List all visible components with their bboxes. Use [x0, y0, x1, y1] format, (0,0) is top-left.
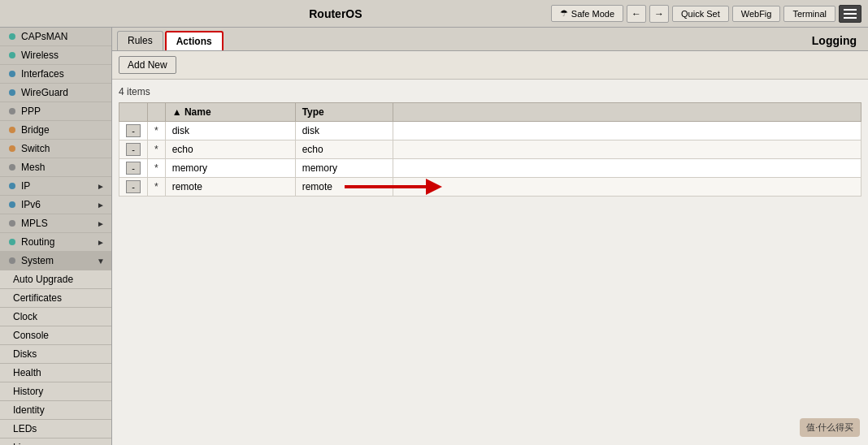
sidebar-item-label: Auto Upgrade	[13, 274, 73, 285]
safe-mode-button[interactable]: ☂ Safe Mode	[551, 5, 623, 22]
system-icon	[7, 255, 18, 266]
tab-rules[interactable]: Rules	[117, 31, 163, 50]
minus-button[interactable]: -	[126, 143, 141, 156]
col-btn	[119, 103, 148, 122]
sidebar-item-label: Disks	[13, 348, 37, 360]
row-btn-cell: -	[119, 140, 148, 159]
bridge-icon	[7, 124, 18, 136]
red-arrow-annotation	[345, 175, 442, 199]
quick-set-button[interactable]: Quick Set	[672, 6, 729, 22]
sidebar: CAPsMAN Wireless Interfaces WireGuard PP…	[0, 28, 112, 445]
sidebar-item-auto-upgrade[interactable]: Auto Upgrade	[0, 270, 111, 289]
sidebar-item-mesh[interactable]: Mesh	[0, 158, 111, 177]
sidebar-item-history[interactable]: History	[0, 382, 111, 401]
sidebar-item-clock[interactable]: Clock	[0, 308, 111, 326]
ipv6-icon	[7, 199, 18, 210]
sidebar-item-label: Wireless	[21, 50, 59, 61]
svg-marker-1	[426, 179, 442, 195]
sidebar-item-system[interactable]: System ▼	[0, 252, 111, 270]
table-row: - * remote remote	[119, 178, 861, 197]
capsman-icon	[7, 31, 18, 42]
sidebar-item-console[interactable]: Console	[0, 326, 111, 345]
sidebar-item-label: Mesh	[21, 162, 45, 173]
sidebar-item-certificates[interactable]: Certificates	[0, 289, 111, 308]
sidebar-item-disks[interactable]: Disks	[0, 345, 111, 364]
sidebar-item-ip[interactable]: IP ►	[0, 177, 111, 196]
system-arrow-icon: ▼	[97, 257, 105, 266]
toolbar: Add New	[112, 51, 868, 80]
row-extra-cell	[393, 159, 861, 178]
col-extra	[393, 103, 861, 122]
sidebar-item-license[interactable]: License	[0, 439, 111, 445]
wireless-icon	[7, 50, 18, 61]
sidebar-item-switch[interactable]: Switch	[0, 140, 111, 158]
umbrella-icon: ☂	[560, 8, 568, 19]
sidebar-item-label: License	[13, 442, 46, 445]
sidebar-item-interfaces[interactable]: Interfaces	[0, 65, 111, 84]
table-area: 4 items ▲ Name Type	[112, 80, 868, 445]
sidebar-item-label: CAPsMAN	[21, 31, 67, 42]
sidebar-item-wireguard[interactable]: WireGuard	[0, 84, 111, 102]
forward-button[interactable]: →	[649, 5, 669, 23]
app-title: RouterOS	[120, 7, 551, 20]
ppp-icon	[7, 106, 18, 117]
table-row: - * echo echo	[119, 140, 861, 159]
row-extra-cell	[393, 122, 861, 140]
col-star	[148, 103, 166, 122]
row-star-cell: *	[148, 122, 166, 140]
sidebar-item-label: IPv6	[21, 199, 41, 210]
webfig-button[interactable]: WebFig	[732, 6, 781, 22]
row-btn-cell: -	[119, 122, 148, 140]
sidebar-item-mpls[interactable]: MPLS ►	[0, 214, 111, 233]
sidebar-item-bridge[interactable]: Bridge	[0, 121, 111, 140]
sidebar-item-capsman[interactable]: CAPsMAN	[0, 28, 111, 46]
sidebar-item-label: System	[21, 255, 54, 266]
sidebar-item-label: Health	[13, 367, 41, 378]
sidebar-item-health[interactable]: Health	[0, 364, 111, 382]
wireguard-icon	[7, 87, 18, 98]
row-name-cell: memory	[165, 159, 295, 178]
row-star-cell: *	[148, 159, 166, 178]
add-new-button[interactable]: Add New	[119, 56, 176, 74]
sidebar-item-label: PPP	[21, 106, 41, 117]
menu-icon-line1	[844, 9, 857, 11]
back-button[interactable]: ←	[627, 5, 646, 23]
routing-icon	[7, 236, 18, 248]
row-type-cell: echo	[295, 140, 393, 159]
row-type-cell: remote	[295, 178, 393, 197]
table-row: - * disk disk	[119, 122, 861, 140]
sidebar-item-label: Identity	[13, 404, 45, 416]
ip-icon	[7, 180, 18, 192]
mpls-arrow-icon: ►	[97, 219, 105, 228]
sidebar-item-leds[interactable]: LEDs	[0, 420, 111, 439]
sidebar-item-wireless[interactable]: Wireless	[0, 46, 111, 65]
sidebar-item-label: Clock	[13, 311, 37, 322]
minus-button[interactable]: -	[126, 180, 141, 193]
sidebar-item-label: WireGuard	[21, 87, 68, 98]
col-type[interactable]: Type	[295, 103, 393, 122]
sidebar-item-identity[interactable]: Identity	[0, 401, 111, 420]
tab-actions[interactable]: Actions	[165, 31, 224, 50]
routing-arrow-icon: ►	[97, 238, 105, 247]
terminal-button[interactable]: Terminal	[783, 6, 835, 22]
sidebar-item-ppp[interactable]: PPP	[0, 102, 111, 121]
sidebar-item-routing[interactable]: Routing ►	[0, 233, 111, 252]
sidebar-item-label: Interfaces	[21, 68, 64, 80]
main-layout: CAPsMAN Wireless Interfaces WireGuard PP…	[0, 28, 868, 445]
row-name-cell: disk	[165, 122, 295, 140]
mesh-icon	[7, 162, 18, 173]
item-count: 4 items	[119, 86, 861, 97]
row-name-cell: echo	[165, 140, 295, 159]
sidebar-item-ipv6[interactable]: IPv6 ►	[0, 196, 111, 214]
minus-button[interactable]: -	[126, 162, 141, 175]
ip-arrow-icon: ►	[97, 182, 105, 191]
col-name[interactable]: ▲ Name	[165, 103, 295, 122]
sidebar-item-label: Bridge	[21, 124, 50, 136]
menu-button[interactable]	[839, 5, 861, 23]
content-area: Rules Actions Logging Add New 4 items ▲ …	[112, 28, 868, 445]
minus-button[interactable]: -	[126, 124, 141, 137]
top-bar-buttons: ☂ Safe Mode ← → Quick Set WebFig Termina…	[551, 5, 861, 23]
row-btn-cell: -	[119, 159, 148, 178]
page-title: Logging	[812, 34, 863, 47]
menu-icon-line2	[844, 13, 857, 15]
